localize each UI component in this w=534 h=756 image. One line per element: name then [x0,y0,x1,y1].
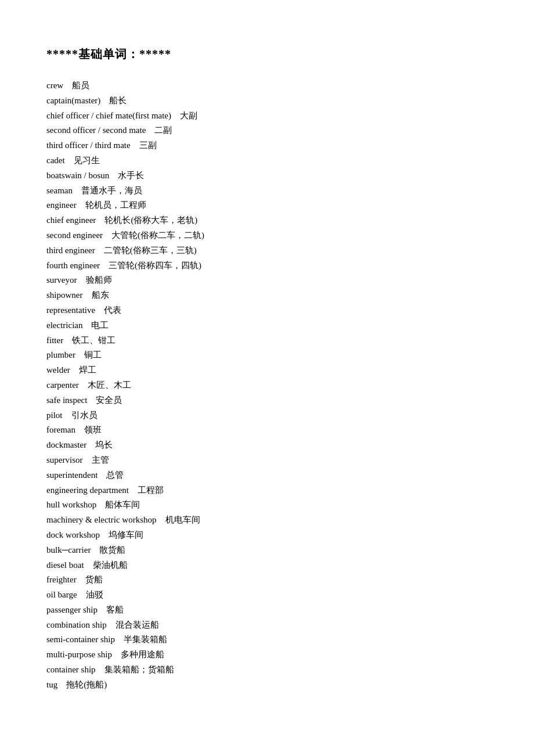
list-item: tug 拖轮(拖船) [46,678,488,693]
vocab-english: dock workshop [46,530,100,539]
vocab-chinese: 客船 [106,605,124,614]
vocab-chinese: 散货船 [99,545,125,555]
vocab-chinese: 见习生 [74,156,100,165]
list-item: second engineer 大管轮(俗称二车，二轨) [46,228,488,243]
vocab-english: pilot [46,411,63,420]
vocab-english: third officer / third mate [46,141,131,150]
vocab-english: freighter [46,575,77,584]
list-item: shipowner 船东 [46,288,488,303]
list-item: foreman 领班 [46,423,488,438]
vocab-english: second officer / second mate [46,125,146,135]
vocab-english: engineering department [46,485,129,495]
vocab-english: boatswain / bosun [46,171,109,180]
list-item: container ship 集装箱船；货箱船 [46,663,488,678]
vocab-chinese: 总管 [106,470,124,480]
list-item: engineering department 工程部 [46,483,488,498]
vocab-english: diesel boat [46,560,84,570]
vocab-english: welder [46,365,70,375]
list-item: freighter 货船 [46,573,488,588]
list-item: safe inspect 安全员 [46,393,488,408]
vocab-list: crew 船员captain(master) 船长chief officer /… [46,78,488,693]
list-item: bulk─carrier 散货船 [46,543,488,558]
vocab-english: tug [46,680,57,689]
vocab-english: superintendent [46,470,98,480]
list-item: crew 船员 [46,78,488,93]
vocab-chinese: 木匠、木工 [88,380,131,390]
vocab-chinese: 坞长 [95,440,113,449]
vocab-english: cadet [46,156,65,165]
vocab-chinese: 焊工 [79,365,96,375]
vocab-chinese: 柴油机船 [93,560,128,570]
list-item: superintendent 总管 [46,468,488,483]
list-item: electrician 电工 [46,318,488,333]
vocab-chinese: 铁工、钳工 [72,336,116,345]
list-item: passenger ship 客船 [46,603,488,618]
vocab-chinese: 船员 [72,81,89,90]
vocab-chinese: 安全员 [96,395,122,405]
vocab-english: shipowner [46,290,83,300]
vocab-english: foreman [46,425,75,434]
vocab-chinese: 领班 [84,425,102,434]
vocab-english: surveyor [46,275,77,285]
vocab-english: oil barge [46,590,77,599]
list-item: welder 焊工 [46,363,488,378]
vocab-chinese: 油驳 [86,590,103,599]
vocab-english: chief engineer [46,215,96,225]
list-item: cadet 见习生 [46,153,488,168]
vocab-english: engineer [46,200,77,210]
vocab-english: fourth engineer [46,261,100,270]
vocab-chinese: 轮机员，工程师 [85,200,146,210]
list-item: dockmaster 坞长 [46,438,488,453]
list-item: engineer 轮机员，工程师 [46,198,488,213]
vocab-english: multi-purpose ship [46,650,112,659]
vocab-chinese: 大副 [180,111,197,120]
vocab-english: chief officer / chief mate(first mate) [46,111,171,120]
vocab-english: semi-container ship [46,635,115,644]
vocab-chinese: 拖轮(拖船) [66,680,107,689]
vocab-chinese: 引水员 [71,411,98,420]
vocab-chinese: 轮机长(俗称大车，老轨) [104,215,197,225]
page-title: *****基础单词：***** [46,46,488,62]
list-item: carpenter 木匠、木工 [46,378,488,393]
vocab-chinese: 机电车间 [165,515,200,524]
vocab-chinese: 多种用途船 [121,650,164,659]
list-item: semi-container ship 半集装箱船 [46,632,488,647]
vocab-english: supervisor [46,455,83,465]
vocab-english: fitter [46,336,63,345]
vocab-english: electrician [46,321,82,330]
list-item: pilot 引水员 [46,408,488,423]
list-item: boatswain / bosun 水手长 [46,168,488,183]
vocab-chinese: 二副 [154,125,172,135]
vocab-english: plumber [46,350,75,359]
vocab-chinese: 混合装运船 [116,620,159,629]
vocab-english: bulk─carrier [46,545,91,555]
list-item: captain(master) 船长 [46,93,488,109]
vocab-chinese: 集装箱船；货箱船 [104,665,174,674]
list-item: fourth engineer 三管轮(俗称四车，四轨) [46,258,488,273]
vocab-chinese: 代表 [104,305,121,315]
vocab-chinese: 三副 [139,141,157,150]
vocab-chinese: 二管轮(俗称三车，三轨) [104,246,197,255]
vocab-english: captain(master) [46,96,100,105]
list-item: chief officer / chief mate(first mate) 大… [46,109,488,124]
vocab-chinese: 工程部 [138,485,164,495]
list-item: dock workshop 坞修车间 [46,528,488,543]
vocab-chinese: 半集装箱船 [124,635,167,644]
vocab-chinese: 普通水手，海员 [81,186,142,195]
list-item: diesel boat 柴油机船 [46,558,488,573]
vocab-chinese: 船长 [109,96,127,105]
vocab-chinese: 坞修车间 [109,530,143,539]
vocab-chinese: 大管轮(俗称二车，二轨) [111,231,204,240]
list-item: second officer / second mate 二副 [46,123,488,138]
list-item: surveyor 验船师 [46,273,488,288]
list-item: machinery & electric workshop 机电车间 [46,513,488,528]
vocab-chinese: 船体车间 [105,500,140,509]
vocab-chinese: 水手长 [118,171,144,180]
vocab-english: seaman [46,186,73,195]
vocab-english: third engineer [46,246,95,255]
list-item: oil barge 油驳 [46,588,488,603]
vocab-english: second engineer [46,231,103,240]
list-item: fitter 铁工、钳工 [46,333,488,348]
list-item: seaman 普通水手，海员 [46,183,488,199]
list-item: plumber 铜工 [46,348,488,363]
